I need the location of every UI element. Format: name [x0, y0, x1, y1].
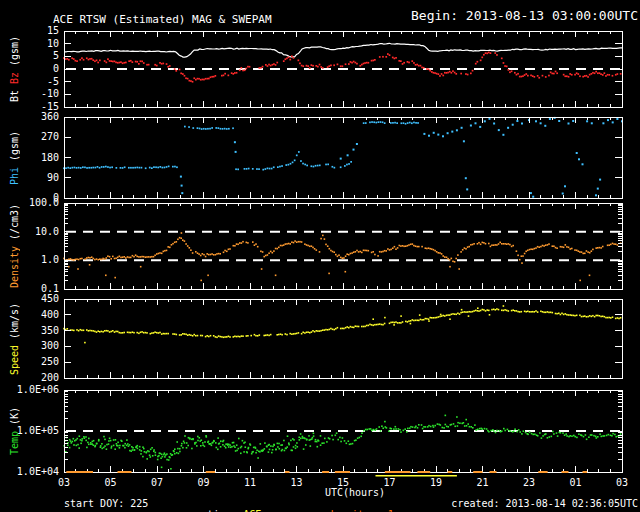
- created-timestamp: created: 2013-08-14 02:36:05UTC: [380, 498, 638, 509]
- y-axis-title-speed: Speed (km/s): [4, 289, 24, 388]
- y-axis-title-mag: Bt Bz (gsm): [4, 21, 24, 117]
- caution-row: caution: ACE maneuver density < 1: [165, 498, 394, 512]
- x-tick-label: 03: [51, 477, 77, 488]
- x-tick-label: 05: [98, 477, 124, 488]
- x-axis-title: UTC(hours): [307, 487, 403, 498]
- plot-canvas: [0, 0, 640, 512]
- y-axis-title-density: Density (/cm3): [4, 193, 24, 299]
- x-tick-label: 03: [609, 477, 635, 488]
- ace-rtsw-plot-screen: ACE RTSW (Estimated) MAG & SWEPAM Begin:…: [0, 0, 640, 512]
- start-doy-label: start DOY: 225: [64, 498, 148, 509]
- x-tick-label: 21: [470, 477, 496, 488]
- x-tick-label: 07: [144, 477, 170, 488]
- x-tick-label: 23: [516, 477, 542, 488]
- x-tick-label: 19: [423, 477, 449, 488]
- x-tick-label: 13: [284, 477, 310, 488]
- x-tick-label: 09: [191, 477, 217, 488]
- x-tick-label: 11: [237, 477, 263, 488]
- x-tick-label: 01: [563, 477, 589, 488]
- y-axis-title-temp: Temp (K): [4, 380, 24, 482]
